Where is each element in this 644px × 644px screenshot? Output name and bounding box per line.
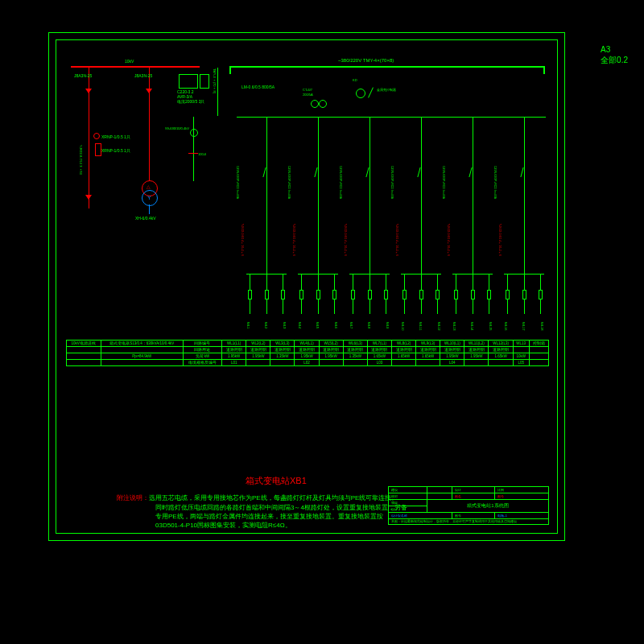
feeder-riser [369,117,370,161]
ct-label: XRNP-1/0.5 1只 [101,149,130,153]
table-cell [513,347,529,353]
cable-label: YJV22-8.7/10 3×50 [79,145,82,175]
breaker-tie [188,153,198,154]
riser-label: TMY-4×(70×8) [213,68,216,93]
table-cell: 道路照明 [367,347,391,353]
tb-cell: 比例 [495,487,549,493]
table-cell: 10kW [513,353,529,360]
table-cell [101,360,183,366]
table-cell [101,347,183,353]
tb-cell: 项目 [389,500,427,506]
table-cell: WL6(L3) [343,341,367,347]
device-icon [319,100,327,108]
table-cell [391,360,415,366]
table-cell [529,360,548,366]
table-cell: 道路照明 [489,347,513,353]
title-block: 建设设计比例 校对图名图号 项目箱式变电站1系统图 设计 设计院名称图号电施-1… [388,486,549,525]
paper-size: A3 [601,44,628,55]
table-cell: 回路编号 [183,341,221,347]
table-cell: 回路用途 [183,347,221,353]
table-cell: L02 [295,360,319,366]
table-cell [246,360,270,366]
table-cell: 道路照明 [246,347,270,353]
sheet-annotation: A3 全部0.2 [601,44,628,65]
table-cell: 1.95kW [319,353,343,360]
lv-tick-2 [543,68,545,74]
breaker-icon [190,129,198,137]
table-cell: 控制箱 [529,341,548,347]
kd-label: KD [353,79,357,82]
lv-label: ~380/220V TMY-4×(70×8) [338,58,394,63]
tb-project: 箱式变电站1系统图 [427,500,548,513]
table-cell: WL12(L3) [489,341,513,347]
table-cell: 道路照明 [391,347,415,353]
table-cell: Pjs=84.9kW [101,353,183,360]
table-cell: 1.95kW [440,353,464,360]
tb-cell: 图名 [452,493,495,500]
table-cell: WL4(L1) [295,341,319,347]
delta-icon: △ [147,184,151,189]
table-cell [529,347,548,353]
switch-icon [368,87,374,97]
table-cell: WL1(L1) [222,341,246,347]
arrow-icon [146,89,152,93]
table-cell [489,360,513,366]
meter-label3: 电流2000/5 3只 [177,100,204,104]
relay-box-icon [200,74,209,89]
table-cell: 1.65kW [391,353,415,360]
fuse-icon [93,133,100,139]
table-cell: 1.95kW [246,353,270,360]
table-cell: WL9(L3) [416,341,440,347]
inner-frame: 10kV ~380/220V TMY-4×(70×8) TMY-4×(70×8)… [56,39,558,534]
tb-dwgno: 电施-1 [495,513,549,519]
table-cell: 道路照明 [440,347,464,353]
feeder-riser [318,117,319,161]
table-cell: WL3(L3) [270,341,295,347]
table-cell [529,353,548,360]
table-cell [416,360,440,366]
sw-label2: J8A3N-25 [134,74,152,78]
table-cell: WL8(L2) [391,341,415,347]
table-cell: 10kV电源进线 [67,341,101,347]
table-cell: 电缆规格及编号 [183,360,221,366]
feeder-3: C45N-63/3P+RCD In=40A YJV22-0.6/1 4×10+1… [346,161,393,370]
hv-label: 10kV [125,60,134,64]
table-cell: WL10(L1) [440,341,464,347]
tb-footer: 本图：依据最新规范绘制设计，版权所有，未经许可严禁复制或用于其他用途及违规建设 [389,519,549,525]
feeder-riser [421,117,422,161]
feeder-1: C45N-63/3P+RCD In=40A YJV22-0.6/1 4×10+1… [243,161,290,370]
xfmr-label: XH-6/0.4kV [135,217,156,221]
scale-note: 全部0.2 [601,55,628,65]
table-cell: 1.65kW [367,353,391,360]
table-cell: 1.65kW [416,353,440,360]
table-cell: 道路照明 [464,347,489,353]
main-sw-label: S9-630/10/0.4kV [165,127,189,130]
table-cell: WL5(L2) [319,341,343,347]
wye-icon: Y [147,195,151,200]
table-cell: 1.95kW [464,353,489,360]
table-cell [270,360,295,366]
table-cell [67,360,101,366]
hv-to-xfmr [149,124,150,180]
table-cell: WL2(L2) [246,341,270,347]
feeder-5: C45N-63/3P+RCD In=40A YJV22-0.6/1 4×10+1… [449,161,496,370]
table-cell: 道路照明 [222,347,246,353]
table-cell: 道路照明 [295,347,319,353]
table-cell: 1.95kW [222,353,246,360]
ctrl-note: 金属壳控制器 [377,89,396,92]
table-cell: 1.35kW [343,353,367,360]
table-cell: 1.35kW [270,353,295,360]
tb-cell: 设计 [389,506,427,513]
table-cell [319,360,343,366]
feeder-riser [473,117,473,161]
table-cell: 道路照明 [319,347,343,353]
tb-cell: 设计 [452,487,495,493]
table-cell: 1.95kW [295,353,319,360]
table-cell: L05 [513,360,529,366]
tb-cell: 校对 [389,493,427,500]
table-cell [343,360,367,366]
table-cell: 道路照明 [416,347,440,353]
feeder-riser [266,117,267,161]
hv-busbar [71,66,200,68]
tb-cell: 建设 [389,487,427,493]
